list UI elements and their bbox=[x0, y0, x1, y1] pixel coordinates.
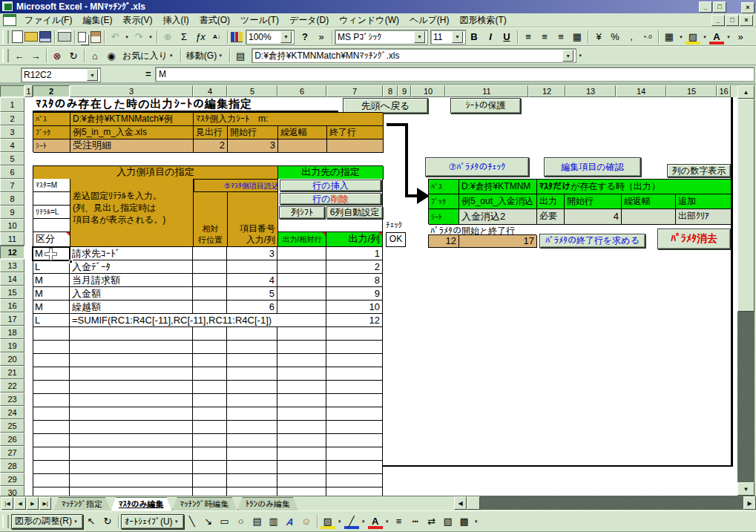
cell-r23c6[interactable] bbox=[277, 394, 326, 407]
cell-out-v3[interactable] bbox=[622, 209, 676, 225]
cell-h3[interactable]: 繰返幅 bbox=[278, 126, 327, 139]
tab-prev-button[interactable]: ◀ bbox=[14, 497, 26, 510]
cell-out-path-label[interactable]: ﾊﾟｽ bbox=[429, 180, 459, 194]
cell-book-label[interactable]: ﾌﾞｯｸ bbox=[33, 126, 70, 139]
cell-out-path-value[interactable]: D:¥倉持¥KTMNM bbox=[459, 180, 537, 194]
cell-r27c2[interactable] bbox=[33, 447, 70, 461]
cell-r20c7[interactable] bbox=[326, 354, 383, 367]
cell-r23c7[interactable] bbox=[326, 394, 383, 407]
cell-out-title[interactable]: ﾏｽﾀだけが存在する時（出力） bbox=[537, 180, 733, 194]
cell-h1[interactable]: 見出行 bbox=[194, 126, 228, 139]
cell-r15c6[interactable] bbox=[277, 287, 326, 301]
cell-r21c5[interactable] bbox=[227, 367, 277, 381]
cell-itemno-header[interactable]: 項目番号 入力/列 bbox=[228, 192, 278, 247]
cell-r30c2[interactable] bbox=[33, 487, 70, 496]
cell-master-header[interactable]: ﾏｽﾀ側入力ｼｰﾄ m: bbox=[194, 113, 384, 126]
sheet-tab-ﾏｽﾀのみ編集[interactable]: ﾏｽﾀのみ編集 bbox=[111, 497, 172, 511]
cell-r23c3[interactable] bbox=[70, 394, 193, 407]
line-color-icon-dropdown[interactable]: ▼ bbox=[360, 514, 367, 529]
cell-out-h2[interactable]: 開始行 bbox=[565, 194, 622, 209]
cell-r21c4[interactable] bbox=[193, 367, 227, 381]
tab-first-button[interactable]: |◀ bbox=[1, 497, 13, 510]
back-to-top-button[interactable]: 先頭へ戻る bbox=[343, 98, 428, 114]
cell-out-sheet-value[interactable]: 入金消込2 bbox=[459, 209, 537, 225]
sheet-tab-ﾄﾗﾝのみ編集[interactable]: ﾄﾗﾝのみ編集 bbox=[237, 497, 299, 511]
cell-r16c7[interactable]: 10 bbox=[326, 301, 383, 314]
fill-color-icon[interactable]: ▨ bbox=[321, 514, 335, 529]
line-style-icon[interactable]: ≡ bbox=[392, 514, 407, 529]
cell-r25c6[interactable] bbox=[277, 421, 326, 434]
cell-r26c7[interactable] bbox=[326, 434, 383, 447]
cell-r18c3[interactable] bbox=[70, 327, 193, 341]
cell-r13c3[interactable]: 入金ﾃﾞｰﾀ bbox=[70, 260, 193, 274]
cell-r12c7[interactable]: 1 bbox=[326, 247, 383, 260]
cell-r30c3[interactable] bbox=[70, 487, 193, 496]
wordart-icon[interactable]: A bbox=[281, 514, 299, 529]
cell-r14c2[interactable]: M bbox=[33, 274, 70, 287]
output-dest-header[interactable]: 出力先の指定 bbox=[278, 166, 384, 180]
sheet-tab-ﾏｯﾁﾝｸﾞ時編集[interactable]: ﾏｯﾁﾝｸﾞ時編集 bbox=[172, 497, 237, 511]
cell-r22c5[interactable] bbox=[227, 381, 277, 394]
cell-r29c2[interactable] bbox=[33, 474, 70, 487]
cell-r29c4[interactable] bbox=[193, 474, 227, 487]
free-rotate-icon[interactable]: ↻ bbox=[100, 514, 115, 529]
cell-r19c7[interactable] bbox=[326, 341, 383, 354]
protect-sheet-button[interactable]: ｼｰﾄの保護 bbox=[450, 98, 521, 114]
cell-r13c6[interactable] bbox=[277, 260, 326, 274]
cell-r13c7[interactable]: 2 bbox=[326, 260, 383, 274]
cell-sheet-value[interactable]: 受注明細 bbox=[70, 139, 194, 153]
cell-r20c4[interactable] bbox=[193, 354, 227, 367]
tab-next-button[interactable]: ▶ bbox=[27, 497, 39, 510]
cell-r24c6[interactable] bbox=[277, 407, 326, 421]
arrow-icon[interactable]: ↘ bbox=[201, 514, 216, 529]
column-shift-button[interactable]: 列ｼﾌﾄ bbox=[279, 206, 325, 219]
cell-out-v1[interactable]: 必要 bbox=[537, 209, 565, 225]
cell-r17c2[interactable]: L bbox=[33, 314, 70, 327]
cell-r26c3[interactable] bbox=[70, 434, 193, 447]
cell-r27c3[interactable] bbox=[70, 447, 193, 461]
cell-r14c4[interactable] bbox=[193, 274, 227, 287]
cell-r14c3[interactable]: 当月請求額 bbox=[70, 274, 193, 287]
textbox-icon[interactable]: ▤ bbox=[250, 514, 265, 529]
arrow-style-icon[interactable]: ⇄ bbox=[424, 514, 439, 529]
cell-r18c4[interactable] bbox=[193, 327, 227, 341]
cell-r12c3[interactable]: 請求先ｺｰﾄﾞ bbox=[70, 247, 193, 260]
check-label[interactable]: ﾁｪｯｸ bbox=[386, 220, 415, 231]
cell-r14c6[interactable] bbox=[277, 274, 326, 287]
cell-r30c5[interactable] bbox=[227, 487, 277, 496]
cell-r26c4[interactable] bbox=[193, 434, 227, 447]
cell-r17c3[interactable]: =SUMIF(RC1:R4C[-11],RC[-11],RC11:R4C[-1]… bbox=[70, 314, 326, 327]
cell-r15c3[interactable]: 入金額 bbox=[70, 287, 193, 301]
cell-r28c7[interactable] bbox=[326, 461, 383, 474]
cell-sheet-label[interactable]: ｼｰﾄ bbox=[33, 139, 70, 153]
drawing-toolbar-more-dropdown[interactable]: ▼ bbox=[473, 514, 480, 529]
cell-h2[interactable]: 開始行 bbox=[228, 126, 278, 139]
cell-v3[interactable] bbox=[278, 139, 327, 153]
dash-style-icon[interactable]: ┅ bbox=[408, 514, 423, 529]
delete-row-button[interactable]: 行の削除 bbox=[280, 193, 381, 205]
param-end-cell[interactable]: 17 bbox=[459, 235, 537, 248]
cell-r30c4[interactable] bbox=[193, 487, 227, 496]
cell-literal-l[interactable]: ﾘﾃﾗﾙ=L bbox=[33, 206, 70, 219]
output-col-header[interactable]: 出力/列 bbox=[326, 232, 383, 247]
cell-r22c6[interactable] bbox=[277, 381, 326, 394]
cell-r27c7[interactable] bbox=[326, 447, 383, 461]
sheet-title-cell[interactable]: ﾏｽﾀのみ存在した時の出力ｼｰﾄの編集指定 bbox=[33, 97, 338, 112]
cell-out-v4[interactable]: 出部ｸﾘｱ bbox=[676, 209, 733, 225]
horizontal-scroll-track[interactable] bbox=[480, 496, 743, 510]
cell-r21c6[interactable] bbox=[277, 367, 326, 381]
autoshapes-dropdown[interactable]: ▼ bbox=[173, 514, 180, 529]
sheet-tab-ﾏｯﾁﾝｸﾞ指定[interactable]: ﾏｯﾁﾝｸﾞ指定 bbox=[53, 497, 111, 511]
cell-empty[interactable] bbox=[33, 219, 70, 232]
rectangle-icon[interactable]: ▭ bbox=[217, 514, 232, 529]
cell-r20c2[interactable] bbox=[33, 354, 70, 367]
ok-cell[interactable]: OK bbox=[386, 232, 406, 247]
param-clear-button[interactable]: ﾊﾟﾗﾒﾀ消去 bbox=[657, 229, 731, 249]
cell-r25c2[interactable] bbox=[33, 421, 70, 434]
cell-r12c6[interactable] bbox=[277, 247, 326, 260]
param-start-cell[interactable]: 12 bbox=[429, 235, 459, 248]
line-icon[interactable]: ╲ bbox=[185, 514, 200, 529]
cell-v2[interactable]: 3 bbox=[228, 139, 278, 153]
auto-6col-button[interactable]: 6列自動設定 bbox=[326, 206, 383, 219]
cell-kubun-header[interactable]: 区分 bbox=[33, 232, 70, 247]
